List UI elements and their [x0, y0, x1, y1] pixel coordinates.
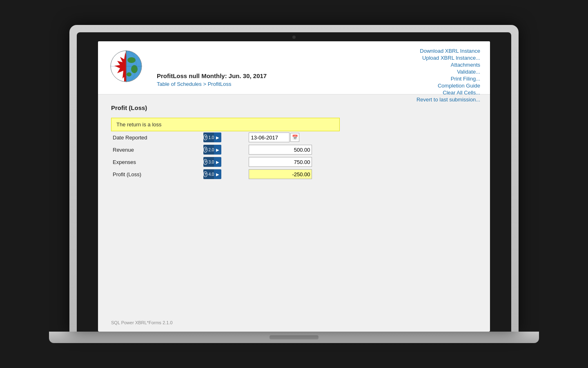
logo-area	[108, 48, 145, 86]
info-icon-3: ?	[203, 159, 207, 165]
header: ProfitLoss null Monthly: Jun. 30, 2017 T…	[98, 41, 490, 94]
screen: ProfitLoss null Monthly: Jun. 30, 2017 T…	[98, 41, 490, 332]
date-wrapper: 📅	[249, 132, 338, 142]
row-label-date: Date Reported	[111, 131, 202, 144]
row-input-expenses	[247, 156, 340, 168]
profit-loss-input[interactable]	[249, 169, 312, 179]
arrow-btn-4[interactable]: ▶	[214, 169, 221, 179]
badge-arrow-4: ? 4.0 ▶	[203, 169, 245, 179]
link-print-filing[interactable]: Print Filing...	[451, 76, 480, 82]
link-download-xbrl[interactable]: Download XBRL Instance	[420, 48, 480, 54]
main-content: Profit (Loss) The return is a loss Date …	[98, 94, 490, 317]
logo-icon	[108, 48, 145, 85]
row-control-expenses: ? 3.0 ▶	[202, 156, 247, 168]
table-row: Profit (Loss) ? 4.0 ▶	[111, 168, 340, 180]
trackpad	[270, 335, 318, 339]
link-attachments[interactable]: Attachments	[451, 62, 480, 68]
row-input-date: 📅	[247, 131, 340, 144]
row-control-revenue: ? 2.0 ▶	[202, 144, 247, 156]
camera-dot	[292, 36, 296, 39]
badge-arrow-3: ? 3.0 ▶	[203, 157, 245, 167]
link-revert[interactable]: Revert to last submission...	[416, 96, 480, 103]
badge-1: ? 1.0	[203, 132, 214, 142]
loss-banner: The return is a loss	[111, 118, 340, 131]
arrow-btn-1[interactable]: ▶	[214, 132, 221, 142]
breadcrumb-current: ProfitLoss	[208, 81, 232, 87]
link-validate[interactable]: Validate...	[457, 69, 480, 75]
revenue-input[interactable]	[249, 145, 312, 155]
table-row: Date Reported ? 1.0 ▶	[111, 131, 340, 144]
breadcrumb-link[interactable]: Table of Schedules	[157, 81, 202, 87]
laptop-base	[49, 332, 539, 343]
arrow-btn-3[interactable]: ▶	[214, 157, 221, 167]
row-label-revenue: Revenue	[111, 144, 202, 156]
table-row: Expenses ? 3.0 ▶	[111, 156, 340, 168]
row-input-profit	[247, 168, 340, 180]
badge-arrow-2: ? 2.0 ▶	[203, 145, 245, 155]
table-row: Revenue ? 2.0 ▶	[111, 144, 340, 156]
link-clear-cells[interactable]: Clear All Cells...	[443, 90, 480, 96]
badge-arrow-1: ? 1.0 ▶	[203, 132, 245, 142]
badge-4: ? 4.0	[203, 169, 214, 179]
row-label-profit: Profit (Loss)	[111, 168, 202, 180]
row-input-revenue	[247, 144, 340, 156]
footer-text: SQL Power XBRL*Forms 2.1.0	[111, 320, 173, 325]
footer: SQL Power XBRL*Forms 2.1.0	[98, 317, 490, 332]
badge-3: ? 3.0	[203, 157, 214, 167]
info-icon-4: ?	[203, 171, 207, 177]
calendar-icon[interactable]: 📅	[290, 133, 299, 142]
link-completion-guide[interactable]: Completion Guide	[438, 83, 480, 89]
form-table: Date Reported ? 1.0 ▶	[111, 131, 340, 180]
info-icon-2: ?	[203, 147, 207, 153]
expenses-input[interactable]	[249, 157, 312, 167]
svg-point-3	[127, 57, 136, 63]
row-label-expenses: Expenses	[111, 156, 202, 168]
svg-point-5	[127, 72, 131, 76]
badge-2: ? 2.0	[203, 145, 214, 155]
top-links: Download XBRL Instance Upload XBRL Insta…	[416, 48, 480, 103]
date-reported-input[interactable]	[249, 132, 290, 142]
row-control-date: ? 1.0 ▶	[202, 131, 247, 144]
info-icon-1: ?	[203, 135, 207, 140]
breadcrumb-separator: >	[202, 81, 208, 87]
section-title: Profit (Loss)	[111, 104, 477, 111]
link-upload-xbrl[interactable]: Upload XBRL Instance...	[422, 55, 480, 61]
arrow-btn-2[interactable]: ▶	[214, 145, 221, 155]
row-control-profit: ? 4.0 ▶	[202, 168, 247, 180]
